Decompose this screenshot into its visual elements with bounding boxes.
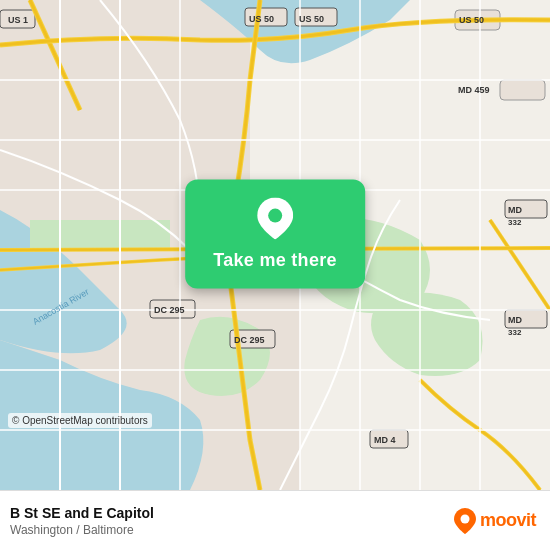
bottom-bar: B St SE and E Capitol Washington / Balti… — [0, 490, 550, 550]
svg-point-44 — [268, 209, 282, 223]
take-me-there-button[interactable]: Take me there — [185, 180, 365, 289]
svg-text:DC 295: DC 295 — [154, 305, 185, 315]
map-container: US 1 US 50 US 50 US 50 MD 459 MD 332 MD … — [0, 0, 550, 490]
svg-text:MD 4: MD 4 — [374, 435, 396, 445]
svg-text:DC 295: DC 295 — [234, 335, 265, 345]
svg-text:US 50: US 50 — [459, 15, 484, 25]
osm-credit: © OpenStreetMap contributors — [8, 413, 152, 428]
location-subtitle: Washington / Baltimore — [10, 523, 454, 537]
moovit-logo: moovit — [454, 508, 536, 534]
svg-text:US 1: US 1 — [8, 15, 28, 25]
svg-text:MD 459: MD 459 — [458, 85, 490, 95]
location-pin-icon — [257, 198, 293, 240]
svg-text:332: 332 — [508, 328, 522, 337]
location-info: B St SE and E Capitol Washington / Balti… — [10, 505, 454, 537]
svg-rect-3 — [30, 220, 170, 250]
moovit-text: moovit — [480, 510, 536, 531]
svg-text:US 50: US 50 — [249, 14, 274, 24]
take-me-there-label: Take me there — [213, 250, 337, 271]
svg-text:MD: MD — [508, 315, 522, 325]
moovit-pin-icon — [454, 508, 476, 534]
svg-text:US 50: US 50 — [299, 14, 324, 24]
svg-text:332: 332 — [508, 218, 522, 227]
location-title: B St SE and E Capitol — [10, 505, 454, 521]
svg-text:MD: MD — [508, 205, 522, 215]
svg-rect-8 — [500, 80, 545, 100]
svg-point-45 — [460, 514, 469, 523]
